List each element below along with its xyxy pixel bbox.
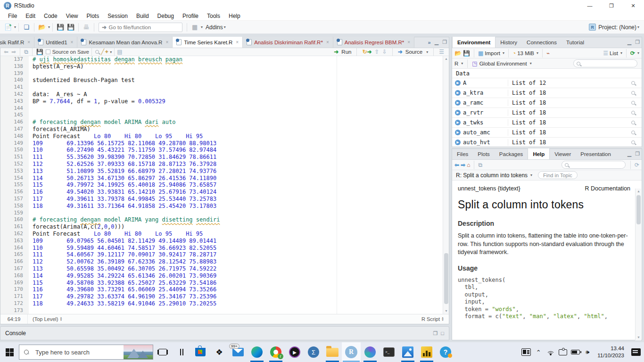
tab-close-icon[interactable]: × xyxy=(71,40,74,45)
code-line-143[interactable]: 143BP = 7.7644, df = 1, p-value = 0.0053… xyxy=(0,98,449,105)
environment-search-box[interactable] xyxy=(573,59,637,67)
code-line-162[interactable]: 162Point Forecast Lo 80 Hi 80 Lo 95 Hi 9… xyxy=(0,230,449,238)
code-line-139[interactable]: 139 xyxy=(0,70,449,77)
editor-tab-3[interactable]: Kesamaan Mean dan Anova.R× xyxy=(77,37,173,48)
dropbox-button[interactable]: ❖ xyxy=(210,342,229,362)
close-button[interactable]: ✕ xyxy=(622,0,644,11)
code-line-145[interactable]: 145 xyxy=(0,112,449,119)
code-line-168[interactable]: 168114 49.95285 34.29224 65.61346 26.002… xyxy=(0,272,449,280)
list-caret-icon[interactable]: ▾ xyxy=(620,51,622,55)
scroll-down-icon[interactable]: ▼ xyxy=(443,308,449,314)
code-line-140[interactable]: 140studentized Breusch-Pagan test xyxy=(0,77,449,84)
battery-icon[interactable] xyxy=(569,342,581,362)
code-line-159[interactable]: 159 xyxy=(0,210,449,217)
chevron-up-icon[interactable]: ⌃ xyxy=(532,342,545,362)
tab-close-icon[interactable]: × xyxy=(407,40,410,45)
open-file-caret-icon[interactable]: ▾ xyxy=(48,25,50,29)
tab-close-icon[interactable]: × xyxy=(27,40,30,45)
file-explorer-button[interactable] xyxy=(323,342,342,362)
help-topic-caret-icon[interactable]: ▾ xyxy=(530,173,532,177)
import-dataset-button[interactable]: Import xyxy=(485,50,500,56)
help-search-box[interactable] xyxy=(561,161,626,169)
help-pane-maximize-icon[interactable]: ❐ xyxy=(635,151,640,157)
print-icon[interactable]: 🖶 xyxy=(82,23,91,32)
separator-pinned-icon[interactable] xyxy=(172,342,191,362)
menu-file[interactable]: File xyxy=(4,12,21,20)
tab-packages[interactable]: Packages xyxy=(495,148,528,159)
code-editor[interactable]: 137# uji homoskedastisitas dengan breusc… xyxy=(0,56,449,314)
inspect-icon[interactable] xyxy=(631,121,635,124)
editor-tab-4[interactable]: Time Series Karet.R× xyxy=(173,37,243,48)
expand-icon[interactable]: ▶ xyxy=(455,120,461,125)
help-topic-title[interactable]: R: Split a column into tokens xyxy=(456,172,528,179)
code-line-154[interactable]: 154114 50.26713 34.67130 65.86297 26.415… xyxy=(0,175,449,182)
code-line-144[interactable]: 144 xyxy=(0,105,449,112)
source-on-save-checkbox[interactable] xyxy=(46,49,50,54)
expand-icon[interactable]: ▶ xyxy=(455,90,461,96)
inspect-icon[interactable] xyxy=(631,101,635,105)
panes-grid-icon[interactable]: ▦ xyxy=(190,23,199,32)
pane-maximize-icon[interactable]: ❐ xyxy=(442,39,447,45)
source-caret-icon[interactable]: ▾ xyxy=(426,50,428,54)
find-icon[interactable] xyxy=(95,50,99,54)
expand-icon[interactable]: ▶ xyxy=(455,130,461,135)
code-line-142[interactable]: 142data: A_res ~ A xyxy=(0,91,449,98)
menu-edit[interactable]: Edit xyxy=(21,12,40,20)
environment-search-input[interactable] xyxy=(582,61,634,66)
rerun-icon[interactable]: ↻➜ xyxy=(362,49,372,55)
code-line-160[interactable]: 160# forecasting dengan model ARIMA yang… xyxy=(0,216,449,223)
code-line-169[interactable]: 169115 49.58708 33.92388 65.25027 25.632… xyxy=(0,280,449,287)
import-caret-icon[interactable]: ▾ xyxy=(503,51,504,55)
goto-file-box[interactable]: ➜ xyxy=(99,23,182,32)
mail-button[interactable]: 99+ xyxy=(229,342,248,362)
code-line-137[interactable]: 137# uji homoskedastisitas dengan breusc… xyxy=(0,56,449,63)
env-object-row[interactable]: ▶a_twksList of 18 xyxy=(452,118,642,128)
editor-tab-5[interactable]: Analisis Diskriminan Rafif.R*× xyxy=(243,37,333,48)
global-env-caret-icon[interactable]: ▾ xyxy=(530,61,532,66)
help-scroll-up-icon[interactable]: ▲ xyxy=(636,189,642,194)
volume-icon[interactable]: 🕪 xyxy=(581,342,594,362)
notification-center-button[interactable] xyxy=(628,342,644,362)
rstudio-button[interactable]: R xyxy=(342,342,361,362)
memory-caret-icon[interactable]: ▾ xyxy=(537,51,538,55)
code-line-153[interactable]: 153113 51.10899 35.52819 66.68979 27.280… xyxy=(0,168,449,175)
load-workspace-icon[interactable]: 📂 xyxy=(454,50,462,57)
code-line-171[interactable]: 171117 49.29782 33.63374 64.96190 25.341… xyxy=(0,293,449,300)
taskbar-clock[interactable]: 13.44 11/10/2023 xyxy=(594,345,628,359)
expand-icon[interactable]: ▶ xyxy=(455,100,461,106)
pane-minimize-icon[interactable]: ▁ xyxy=(435,39,438,45)
scope-selector[interactable]: (Top Level) ▲▼ xyxy=(28,316,62,322)
media-player-button[interactable]: ▶ xyxy=(285,342,304,362)
run-button[interactable]: Run xyxy=(341,49,351,55)
outline-icon[interactable]: ☰ xyxy=(439,49,444,55)
expand-icon[interactable]: ▶ xyxy=(455,140,461,145)
env-object-row[interactable]: ▶auto_amcList of 18 xyxy=(452,128,642,138)
popout-icon[interactable]: ⧉ xyxy=(24,49,28,55)
menu-build[interactable]: Build xyxy=(132,12,153,20)
editor-tab-6[interactable]: Analisis Regresi BBM.R*× xyxy=(333,37,414,48)
tab-plots[interactable]: Plots xyxy=(473,148,495,159)
menu-code[interactable]: Code xyxy=(40,12,62,20)
memory-usage-label[interactable]: 13 MiB xyxy=(517,50,534,56)
inspect-icon[interactable] xyxy=(631,81,635,85)
new-project-icon[interactable]: ❏ xyxy=(22,23,31,32)
menu-tools[interactable]: Tools xyxy=(203,12,224,20)
menu-help[interactable]: Help xyxy=(224,12,245,20)
expand-icon[interactable]: ▶ xyxy=(455,80,461,86)
microsoft-store-button[interactable] xyxy=(191,342,210,362)
new-file-icon[interactable]: 📄+ xyxy=(3,23,13,32)
console-maximize-icon[interactable]: □ xyxy=(441,330,444,337)
code-line-152[interactable]: 152112 52.62526 37.09333 68.15718 28.871… xyxy=(0,161,449,168)
menu-plots[interactable]: Plots xyxy=(83,12,104,20)
code-line-150[interactable]: 150110 60.27490 45.43221 75.11759 37.574… xyxy=(0,147,449,154)
refresh-caret-icon[interactable]: ▾ xyxy=(637,51,639,55)
restore-button[interactable]: ❐ xyxy=(601,0,622,11)
code-line-164[interactable]: 164110 59.59489 44.60461 74.58517 36.669… xyxy=(0,245,449,252)
cast-icon[interactable] xyxy=(557,342,569,362)
editor-tab-2[interactable]: Untitled1× xyxy=(34,37,77,48)
forward-icon[interactable]: ➡ xyxy=(11,49,16,55)
help-back-icon[interactable]: ⬅ xyxy=(454,162,459,168)
code-line-156[interactable]: 156116 49.54020 33.93831 65.14210 25.679… xyxy=(0,189,449,196)
addins-caret-icon[interactable]: ▾ xyxy=(224,25,226,29)
code-line-167[interactable]: 167113 50.65598 35.00492 66.30705 26.719… xyxy=(0,265,449,272)
